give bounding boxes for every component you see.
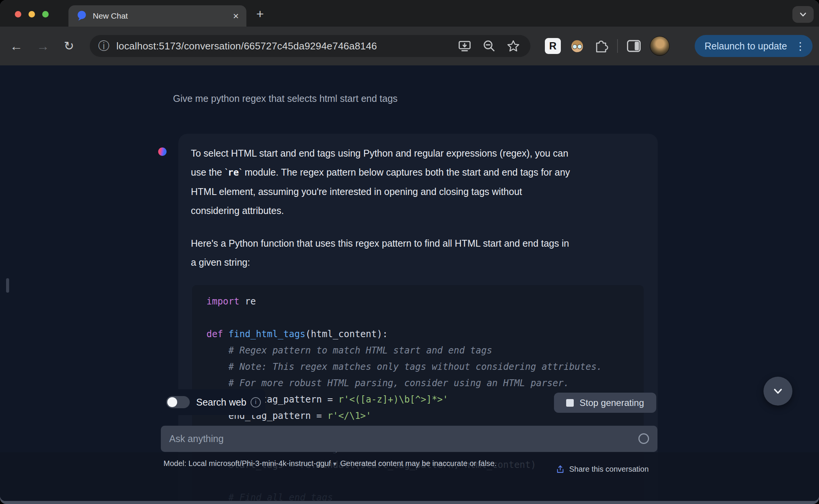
chevron-down-icon — [798, 10, 808, 19]
ask-anything-placeholder: Ask anything — [169, 433, 224, 444]
forward-button[interactable]: → — [37, 27, 49, 65]
toggle-knob — [167, 397, 177, 407]
tab-strip: New Chat × + — [0, 0, 819, 27]
model-disclaimer: Model: Local microsoft/Phi-3-mini-4k-ins… — [163, 458, 508, 470]
chrome-menu-dots-icon[interactable]: ⋮ — [795, 40, 806, 52]
model-dropdown-caret-icon[interactable]: ▾ — [333, 460, 336, 468]
new-tab-button[interactable]: + — [252, 6, 268, 21]
search-web-toggle[interactable] — [166, 396, 190, 408]
share-upload-icon — [556, 464, 565, 474]
paragraph-line: use the `re` module. The regex pattern b… — [191, 163, 645, 182]
back-button[interactable]: ← — [10, 27, 23, 65]
share-conversation-button[interactable]: Share this conversation — [556, 464, 649, 474]
browser-window: New Chat × + ← → ↻ ⓘ localhost:5173/conv… — [0, 0, 819, 504]
chat-bubble-favicon — [76, 10, 87, 22]
ask-anything-input[interactable]: Ask anything — [161, 426, 657, 452]
paragraph-line: a given string: — [191, 253, 645, 272]
stop-generating-button[interactable]: Stop generating — [554, 393, 656, 413]
assistant-message-text: To select HTML start and end tags using … — [178, 134, 658, 272]
minimize-window-button[interactable] — [29, 11, 35, 17]
assistant-avatar — [158, 147, 167, 156]
tab-title: New Chat — [93, 11, 233, 21]
site-info-icon[interactable]: ⓘ — [98, 38, 110, 54]
browser-toolbar: ← → ↻ ⓘ localhost:5173/conversation/6657… — [0, 27, 819, 65]
zoom-out-icon[interactable] — [482, 39, 496, 53]
chevron-down-icon — [771, 385, 784, 398]
disclaimer-text: Generated content may be inaccurate or f… — [340, 459, 497, 468]
extension-face-icon[interactable] — [569, 38, 585, 54]
scroll-to-bottom-button[interactable] — [763, 377, 792, 406]
close-window-button[interactable] — [15, 11, 21, 17]
search-web-label: Search web — [196, 397, 246, 408]
loading-spinner-icon — [638, 433, 649, 444]
address-bar[interactable]: ⓘ localhost:5173/conversation/665727c45d… — [90, 35, 530, 57]
fullscreen-window-button[interactable] — [42, 11, 49, 17]
paragraph-line: To select HTML start and end tags using … — [191, 144, 645, 163]
search-web-panel: Search web i — [161, 389, 265, 415]
tab-close-icon[interactable]: × — [233, 11, 239, 21]
model-name: Model: Local microsoft/Phi-3-mini-4k-ins… — [163, 459, 331, 468]
paragraph-line: Here's a Python function that uses this … — [191, 234, 645, 253]
toolbar-divider — [617, 39, 618, 53]
paragraph-line: HTML element, assuming you're interested… — [191, 182, 645, 201]
reload-button[interactable]: ↻ — [64, 27, 74, 65]
tab-new-chat[interactable]: New Chat × — [68, 5, 246, 27]
bookmark-star-icon[interactable] — [506, 39, 521, 53]
paragraph-line: considering attributes. — [191, 201, 645, 220]
tab-search-button[interactable] — [792, 6, 814, 23]
inline-code-re: re — [228, 167, 239, 178]
extension-r-icon[interactable]: R — [545, 38, 561, 54]
chat-page: Give me python regex that selects html s… — [0, 65, 819, 501]
relaunch-to-update-button[interactable]: Relaunch to update ⋮ — [695, 35, 813, 57]
stop-generating-label: Stop generating — [579, 398, 644, 408]
window-controls — [15, 11, 49, 17]
install-app-icon[interactable] — [457, 39, 472, 53]
extensions-puzzle-icon[interactable] — [594, 38, 609, 54]
share-conversation-label: Share this conversation — [569, 465, 649, 474]
profile-avatar[interactable] — [650, 36, 670, 56]
sidebar-drag-handle[interactable] — [6, 278, 9, 293]
user-message: Give me python regex that selects html s… — [173, 93, 398, 104]
relaunch-label: Relaunch to update — [705, 41, 795, 52]
search-web-info-icon[interactable]: i — [251, 397, 261, 407]
side-panel-icon[interactable] — [626, 39, 641, 53]
stop-square-icon — [566, 399, 574, 407]
url-text[interactable]: localhost:5173/conversation/665727c45da9… — [116, 40, 377, 52]
